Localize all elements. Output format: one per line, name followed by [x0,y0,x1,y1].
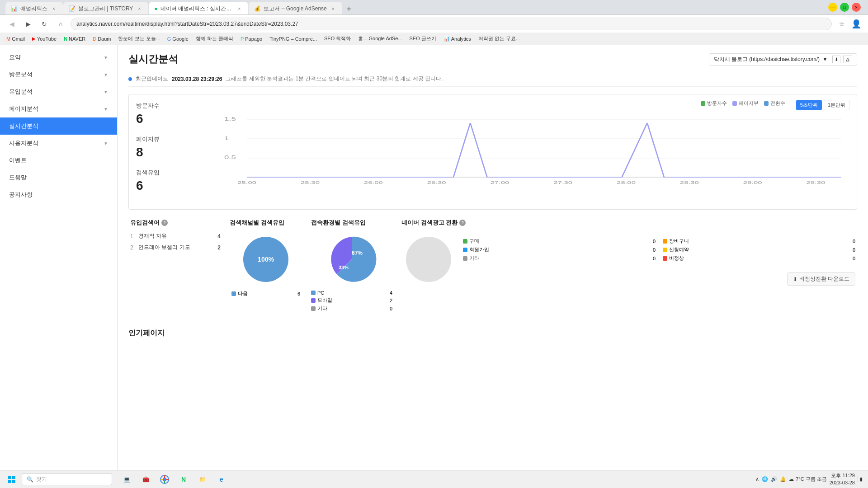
legend-val-mobile: 2 [390,298,392,303]
back-button[interactable]: ◀ [5,18,18,30]
new-tab-button[interactable]: + [343,3,355,15]
taskbar-app-briefcase[interactable]: 🧰 [137,471,155,488]
time-buttons: 5초단위 1분단위 [796,100,849,110]
btn-1min[interactable]: 1분단위 [824,100,849,110]
help-icon-keywords[interactable]: ? [161,220,168,226]
taskbar-app-folder[interactable]: 📁 [193,471,212,488]
site-url-text: 닥치세 블로그 (https://dasichae.tistory.com/) [714,56,820,63]
sidebar-item-realtime[interactable]: 실시간분석 [0,117,117,135]
svg-text:29:30: 29:30 [806,180,825,185]
conv-val-cart: 0 [853,239,855,244]
sidebar-item-events[interactable]: 이벤트 [0,152,117,169]
profile-icon[interactable]: 👤 [850,18,863,30]
windows-start-button[interactable] [4,473,20,486]
action-icon2[interactable]: 🖨 [843,56,852,63]
bookmark-daum[interactable]: D Daum [90,35,113,42]
taskbar-search[interactable]: 🔍 찾기 [22,473,112,485]
sidebar: 요약 ▼ 방문분석 ▼ 유입분석 ▼ 페이지분석 ▼ 실시간분석 사용자분석 ▼ [0,45,118,470]
taskbar-app-chrome[interactable] [156,471,174,488]
content-area: 실시간분석 닥치세 블로그 (https://dasichae.tistory.… [118,45,868,470]
bookmark-papago[interactable]: P Papago [238,35,265,42]
analytics-icon: 📊 [443,36,450,42]
tab-label: 보고서 – Google AdSense [264,5,326,13]
bookmark-tinypng[interactable]: TinyPNG – Compre... [267,35,320,42]
tab-naver-analytics[interactable]: ● 네이버 애널리틱스 : 실시간분석 × [149,2,248,15]
help-icon-conversion[interactable]: ? [459,220,466,226]
bookmark-label: 한눈에 보는 오늘... [118,35,160,42]
bookmark-seo-writing[interactable]: SEO 글쓰기 [406,34,439,43]
taskbar-apps: 💻 🧰 N 📁 e [118,471,231,488]
conv-dot-signup [463,248,467,252]
bookmark-today[interactable]: 한눈에 보는 오늘... [115,34,162,43]
bookmark-seo[interactable]: SEO 최적화 [321,34,354,43]
tab-close[interactable]: × [136,5,143,12]
sidebar-item-inflow-analysis[interactable]: 유입분석 ▼ [0,83,117,100]
network-icon: 🌐 [762,476,768,482]
bookmark-google[interactable]: G Google [165,35,191,42]
tab-close[interactable]: × [330,5,337,12]
action-icon1[interactable]: ⬇ [832,56,840,63]
bookmark-star[interactable]: ☆ [835,18,848,30]
sidebar-item-page-analysis[interactable]: 페이지분석 ▼ [0,100,117,117]
visitors-label: 방문자수 [136,102,203,110]
download-abnormal-button[interactable]: ⬇ 비정상전환 다운로드 [787,272,855,286]
sidebar-item-notices[interactable]: 공지사항 [0,186,117,203]
bookmark-youtube[interactable]: ▶ YouTube [29,35,59,42]
sidebar-item-help[interactable]: 도움말 [0,169,117,186]
conversion-grid: 구매 0 장바구니 0 회원가입 [463,238,855,262]
legend-conversions: 전환수 [764,100,785,107]
maximize-button[interactable]: □ [840,3,849,12]
tab-label: 네이버 애널리틱스 : 실시간분석 [160,5,233,13]
minimize-button[interactable]: — [828,3,837,12]
bookmark-label: 함께 하는 클래식 [196,35,233,42]
legend-visitors: 방문자수 [701,100,727,107]
legend-dot-pc [311,291,316,295]
bookmark-adsense[interactable]: 홈 – Google AdSe... [355,34,405,43]
url-input[interactable]: analytics.naver.com/realtime/display.htm… [71,18,832,30]
sidebar-item-label: 사용자분석 [9,139,38,147]
sidebar-item-label: 유입분석 [9,88,33,96]
home-button[interactable]: ⌂ [54,18,67,30]
tab-adsense[interactable]: 💰 보고서 – Google AdSense × [249,2,342,15]
site-selector[interactable]: 닥치세 블로그 (https://dasichae.tistory.com/) … [709,53,857,66]
search-icon: 🔍 [27,476,33,483]
naver-conversion-content: 구매 0 장바구니 0 회원가입 [401,232,855,286]
tab-close[interactable]: × [236,5,243,12]
forward-button[interactable]: ▶ [22,18,34,30]
bookmark-gmail[interactable]: M Gmail [4,35,28,42]
conv-reservation: 신청예약 0 [663,246,855,253]
svg-text:29:00: 29:00 [743,180,762,185]
svg-text:25:00: 25:00 [237,180,256,185]
youtube-icon: ▶ [32,36,36,41]
keyword-text: 경재적 자유 [138,232,215,240]
bookmark-naver[interactable]: N NAVER [61,35,88,42]
sidebar-item-user-analysis[interactable]: 사용자분석 ▼ [0,135,117,152]
taskbar-app-naver[interactable]: N [175,471,193,488]
bookmark-free-images[interactable]: 저작권 없는 무료... [476,34,523,43]
bookmark-label: Google [172,36,188,42]
tray-up-arrow[interactable]: ∧ [755,476,759,482]
taskbar-app-edge[interactable]: e [212,471,231,488]
bookmark-analytics[interactable]: 📊 Analytics [441,35,474,42]
tab-close[interactable]: × [50,5,57,12]
show-desktop[interactable]: ▮ [858,476,863,482]
tab-analytics[interactable]: 📊 애널리틱스 × [5,2,63,15]
page-title-row: 실시간분석 닥치세 블로그 (https://dasichae.tistory.… [128,52,857,66]
naver-icon: N [64,36,67,42]
tab-tistory[interactable]: 📝 블로그관리 | TISTORY × [63,2,148,15]
clock-time: 오후 11:29 [830,472,855,479]
svg-text:0.5: 0.5 [224,155,236,160]
close-button[interactable]: × [852,3,861,12]
sidebar-item-summary[interactable]: 요약 ▼ [0,49,117,66]
sidebar-item-visit-analysis[interactable]: 방문분석 ▼ [0,66,117,83]
legend-value-daum: 6 [297,291,300,296]
section-label: 네이버 검색광고 전환 [401,219,458,227]
taskbar-app-laptop[interactable]: 💻 [118,471,136,488]
conv-label-signup: 회원가입 [469,246,489,253]
chrome-icon [160,475,169,484]
reload-button[interactable]: ↻ [38,18,51,30]
btn-5sec[interactable]: 5초단위 [796,100,822,110]
bookmark-classic[interactable]: 함께 하는 클래식 [193,34,236,43]
keyword-row-2: 2 안드레아 보첼리 기도 2 [130,244,221,251]
legend-dot-visitors [701,101,705,106]
